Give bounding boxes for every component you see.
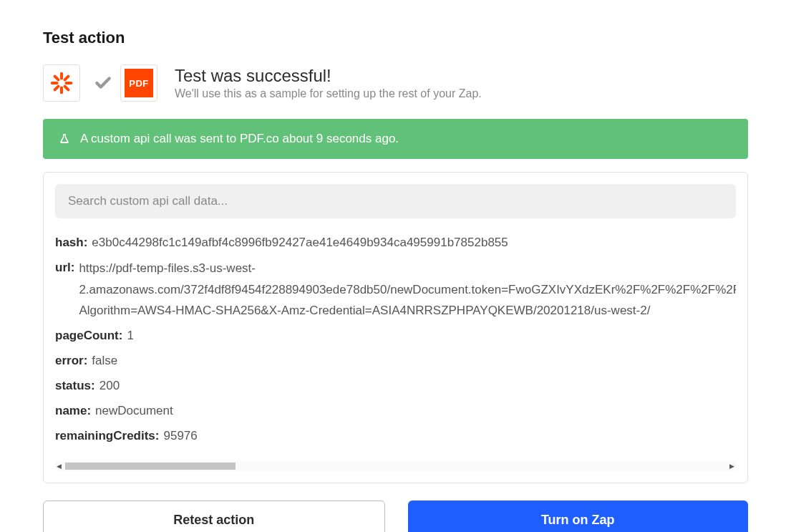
data-row-url: url: https://pdf-temp-files.s3-us-west-2… xyxy=(55,258,736,321)
pdfco-icon: PDF xyxy=(120,64,157,102)
scroll-right-arrow-icon[interactable]: ▶ xyxy=(729,463,734,470)
status-banner: A custom api call was sent to PDF.co abo… xyxy=(43,119,748,159)
data-key: name: xyxy=(55,401,91,422)
data-key: pageCount: xyxy=(55,326,122,347)
svg-rect-5 xyxy=(53,84,61,92)
svg-rect-2 xyxy=(51,82,59,84)
horizontal-scrollbar[interactable]: ◀ ▶ xyxy=(55,461,736,471)
scroll-left-arrow-icon[interactable]: ◀ xyxy=(57,463,62,470)
data-key: hash: xyxy=(55,233,87,253)
data-value: e3b0c44298fc1c149afbf4c8996fb92427ae41e4… xyxy=(92,233,508,253)
svg-rect-7 xyxy=(63,84,71,92)
data-row-error: error: false xyxy=(55,351,736,372)
svg-rect-4 xyxy=(63,74,71,82)
check-icon xyxy=(92,72,115,95)
svg-rect-1 xyxy=(60,86,63,94)
header-row: PDF Test was successful! We'll use this … xyxy=(43,64,748,102)
success-title: Test was successful! xyxy=(175,66,482,86)
flask-icon xyxy=(59,133,70,145)
zapier-icon xyxy=(43,64,80,102)
data-row-hash: hash: e3b0c44298fc1c149afbf4c8996fb92427… xyxy=(55,233,736,253)
data-value: 1 xyxy=(127,326,133,347)
data-value: 200 xyxy=(100,376,120,397)
data-list: hash: e3b0c44298fc1c149afbf4c8996fb92427… xyxy=(55,233,736,457)
success-subtitle: We'll use this as a sample for setting u… xyxy=(175,87,482,100)
banner-message: A custom api call was sent to PDF.co abo… xyxy=(80,132,399,146)
data-value: false xyxy=(92,351,117,372)
data-row-remainingcredits: remainingCredits: 95976 xyxy=(55,426,736,447)
data-panel: hash: e3b0c44298fc1c149afbf4c8996fb92427… xyxy=(43,172,748,483)
data-value: 95976 xyxy=(163,426,197,447)
data-key: error: xyxy=(55,351,87,372)
svg-rect-3 xyxy=(64,82,72,84)
button-row: Retest action Turn on Zap xyxy=(43,500,748,532)
retest-button[interactable]: Retest action xyxy=(43,500,385,532)
svg-rect-0 xyxy=(60,72,63,80)
data-key: remainingCredits: xyxy=(55,426,159,447)
data-row-status: status: 200 xyxy=(55,376,736,397)
data-row-name: name: newDocument xyxy=(55,401,736,422)
data-value: newDocument xyxy=(95,401,173,422)
svg-rect-6 xyxy=(53,74,61,82)
pdf-badge: PDF xyxy=(125,69,153,97)
scrollbar-thumb[interactable] xyxy=(65,463,236,470)
data-key: url: xyxy=(55,258,74,279)
turn-on-zap-button[interactable]: Turn on Zap xyxy=(408,500,749,532)
search-input[interactable] xyxy=(55,184,736,218)
data-key: status: xyxy=(55,376,95,397)
page-title: Test action xyxy=(43,29,748,47)
data-value: https://pdf-temp-files.s3-us-west-2.amaz… xyxy=(79,258,736,321)
header-text: Test was successful! We'll use this as a… xyxy=(175,66,482,100)
data-row-pagecount: pageCount: 1 xyxy=(55,326,736,347)
